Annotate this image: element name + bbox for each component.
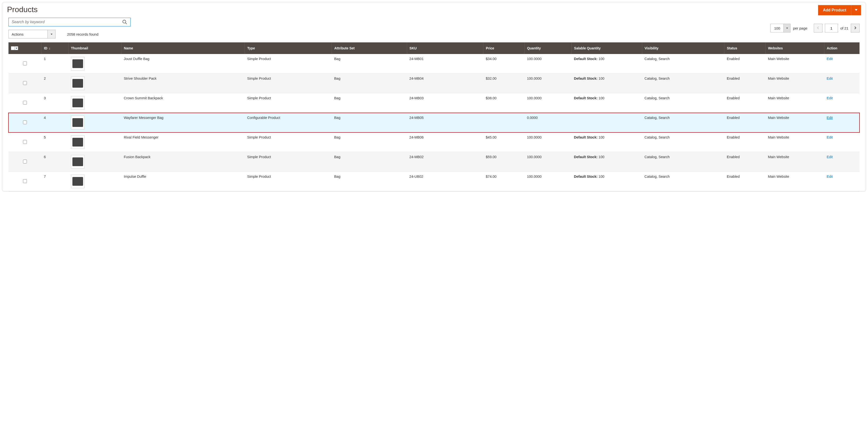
cell-quantity: 100.0000 [525,73,571,93]
actions-dropdown[interactable]: Actions [8,30,56,38]
records-found: 2058 records found [67,32,98,36]
thumbnail-image [71,116,85,129]
column-header-visibility[interactable]: Visibility [642,42,724,54]
edit-link[interactable]: Edit [827,77,833,81]
cell-type: Simple Product [245,172,332,191]
select-all-checkbox[interactable] [11,46,15,50]
select-all-toggle[interactable] [15,46,18,50]
cell-thumbnail [68,172,121,191]
search-icon[interactable] [121,19,128,25]
row-checkbox[interactable] [23,160,27,163]
edit-link[interactable]: Edit [827,175,833,179]
next-page-button[interactable] [851,24,860,32]
cell-type: Simple Product [245,73,332,93]
column-label: ID [44,46,47,50]
cell-quantity: 100.0000 [525,152,571,172]
current-page-input[interactable] [825,24,838,32]
table-row[interactable]: 4Wayfarer Messenger BagConfigurable Prod… [8,113,860,132]
table-row[interactable]: 5Rival Field MessengerSimple ProductBag2… [8,132,860,152]
add-product-button-group: Add Product [818,5,861,15]
cell-id: 5 [41,132,68,152]
add-product-dropdown-toggle[interactable] [851,5,861,15]
add-product-button[interactable]: Add Product [818,5,851,15]
column-header-id[interactable]: ID↓ [41,42,68,54]
cell-price: $74.00 [484,172,525,191]
prev-page-button[interactable] [814,24,823,32]
cell-action: Edit [824,172,860,191]
column-header-type[interactable]: Type [245,42,332,54]
column-header-checkbox[interactable] [8,42,41,54]
cell-name: Crown Summit Backpack [121,93,245,113]
row-checkbox[interactable] [23,101,27,104]
thumbnail-image [71,57,85,70]
cell-quantity: 0.0000 [525,113,571,132]
thumbnail-image [71,135,85,149]
cell-id: 2 [41,73,68,93]
cell-salable-quantity [571,113,642,132]
edit-link[interactable]: Edit [827,96,833,100]
cell-name: Rival Field Messenger [121,132,245,152]
per-page-toggle[interactable] [783,24,790,32]
per-page-label: per page [793,26,807,30]
cell-visibility: Catalog, Search [642,132,724,152]
row-checkbox[interactable] [23,120,27,124]
cell-websites: Main Website [766,132,825,152]
cell-sku: 24-MB06 [407,132,483,152]
cell-salable-quantity: Default Stock: 100 [571,54,642,73]
cell-price: $45.00 [484,132,525,152]
cell-visibility: Catalog, Search [642,73,724,93]
thumbnail-image [71,77,85,90]
cell-type: Simple Product [245,152,332,172]
chevron-right-icon [854,26,857,30]
svg-point-0 [123,20,126,23]
per-page-select[interactable]: 100 [770,24,790,32]
cell-name: Joust Duffle Bag [121,54,245,73]
cell-attribute-set: Bag [332,172,407,191]
cell-visibility: Catalog, Search [642,54,724,73]
edit-link[interactable]: Edit [827,116,833,120]
cell-salable-quantity: Default Stock: 100 [571,73,642,93]
column-header-price[interactable]: Price [484,42,525,54]
cell-price: $59.00 [484,152,525,172]
column-header-quantity[interactable]: Quantity [525,42,571,54]
cell-attribute-set: Bag [332,113,407,132]
cell-sku: 24-MB02 [407,152,483,172]
column-header-websites[interactable]: Websites [766,42,825,54]
cell-status: Enabled [724,73,766,93]
column-header-sku[interactable]: SKU [407,42,483,54]
column-header-action[interactable]: Action [824,42,860,54]
search-input[interactable] [8,18,130,26]
table-row[interactable]: 3Crown Summit BackpackSimple ProductBag2… [8,93,860,113]
actions-toggle[interactable] [48,30,55,38]
edit-link[interactable]: Edit [827,57,833,61]
thumbnail-image [71,96,85,110]
cell-websites: Main Website [766,152,825,172]
row-checkbox[interactable] [23,179,27,183]
table-row[interactable]: 6Fusion BackpackSimple ProductBag24-MB02… [8,152,860,172]
edit-link[interactable]: Edit [827,135,833,139]
cell-status: Enabled [724,152,766,172]
table-row[interactable]: 2Strive Shoulder PackSimple ProductBag24… [8,73,860,93]
cell-status: Enabled [724,93,766,113]
column-header-thumbnail[interactable]: Thumbnail [68,42,121,54]
row-checkbox[interactable] [23,62,27,65]
cell-id: 4 [41,113,68,132]
edit-link[interactable]: Edit [827,155,833,159]
table-row[interactable]: 7Impulse DuffleSimple ProductBag24-UB02$… [8,172,860,191]
row-checkbox[interactable] [23,140,27,144]
caret-down-icon [16,48,18,49]
column-header-status[interactable]: Status [724,42,766,54]
cell-quantity: 100.0000 [525,93,571,113]
column-header-attribute-set[interactable]: Attribute Set [332,42,407,54]
column-header-name[interactable]: Name [121,42,245,54]
cell-price [484,113,525,132]
column-header-salable-quantity[interactable]: Salable Quantity [571,42,642,54]
cell-id: 1 [41,54,68,73]
cell-thumbnail [68,113,121,132]
cell-status: Enabled [724,132,766,152]
cell-sku: 24-MB04 [407,73,483,93]
cell-price: $38.00 [484,93,525,113]
row-checkbox[interactable] [23,81,27,85]
table-row[interactable]: 1Joust Duffle BagSimple ProductBag24-MB0… [8,54,860,73]
caret-down-icon [786,28,788,29]
